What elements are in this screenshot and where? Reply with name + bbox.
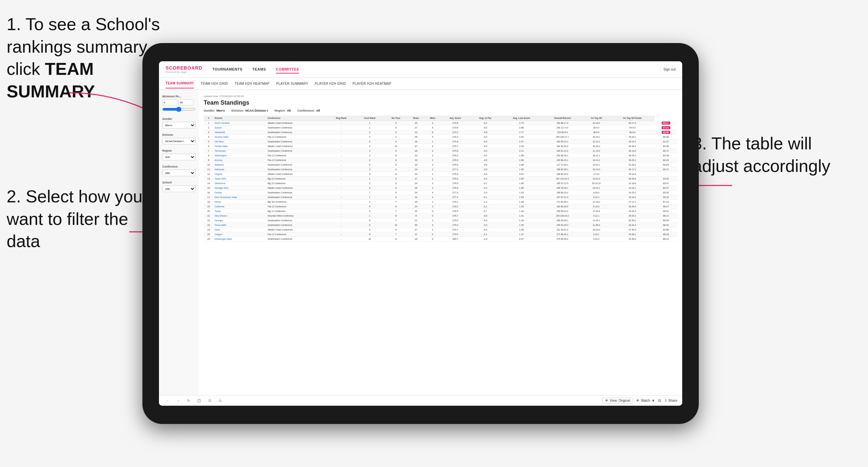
nav-teams[interactable]: TEAMS — [252, 66, 266, 73]
cell-low-score: 262 86-25-1 — [542, 153, 583, 158]
cell-low-score: 269 92-40-3 — [542, 223, 583, 227]
gender-select[interactable]: Men's — [162, 122, 195, 128]
filter-gender: Gender: Men's — [204, 109, 225, 112]
cell-no-tour: 8 — [384, 204, 408, 209]
toolbar-forward[interactable]: → — [175, 398, 182, 403]
toolbar-grid2[interactable]: ☷ — [658, 399, 661, 402]
cell-rank: 5 — [204, 139, 214, 144]
share-icon: ⇧ — [664, 399, 667, 402]
cell-avg-low: 1.28 — [500, 200, 542, 204]
sign-out-button[interactable]: Sign out — [663, 68, 676, 71]
subnav-team-h2h-heatmap[interactable]: TEAM H2H HEATMAP — [235, 79, 270, 88]
cell-rank: 12 — [204, 172, 214, 177]
cell-no-tour: 8 — [384, 172, 408, 177]
region-label: Region — [162, 149, 195, 152]
cell-rank: 9 — [204, 158, 214, 163]
toolbar-copy[interactable]: 📋 — [195, 398, 203, 403]
cell-school: North Carolina — [214, 121, 267, 126]
table-body: 1 North Carolina Atlantic Coast Conferen… — [204, 121, 677, 242]
cell-conf-rank: 7 — [355, 190, 384, 195]
cell-adj-score: 273.5 — [441, 121, 470, 126]
table-row: 17 East Tennessee State Southeastern Con… — [204, 195, 677, 200]
cell-avg-par: -3.1 — [470, 181, 501, 186]
cell-vs-top50: 88.13 — [655, 237, 677, 242]
toolbar-grid[interactable]: ☷ — [206, 398, 213, 403]
cell-vs-top50 — [655, 172, 677, 177]
toolbar-watch-button[interactable]: 👁 Watch ▼ — [636, 399, 655, 402]
cell-conf-rank: 1 — [355, 214, 384, 218]
cell-vs-top50: 85.02 — [655, 190, 677, 195]
ann2-text: Select how you want to filter the data — [7, 187, 143, 251]
table-row: 25 Oregon Pac-12 Conference - 8 7 21 0 2… — [204, 232, 677, 237]
cell-school: Texas — [214, 209, 267, 214]
cell-low-score: 221 90-51-2 — [542, 227, 583, 232]
conference-select[interactable]: (All) — [162, 169, 195, 176]
toolbar-back[interactable]: ← — [164, 398, 171, 403]
cell-low-score: 260 83-25-5 — [542, 204, 583, 209]
cell-rank: 1 — [204, 121, 214, 126]
min-rank-row — [162, 99, 195, 105]
cell-no-tour: 7 — [384, 232, 408, 237]
nav-tournaments[interactable]: TOURNAMENTS — [212, 66, 242, 73]
subnav-player-h2h-heatmap[interactable]: PLAYER H2H HEATMAP — [352, 79, 391, 88]
update-time: Update time: 27/03/2024 16:56:26 — [204, 95, 677, 98]
toolbar-share-button[interactable]: ⇧ Share — [664, 399, 677, 402]
toolbar-time[interactable]: ◷ — [217, 398, 223, 403]
cell-no-tour: 8 — [384, 237, 408, 242]
cell-rnds: 24 — [408, 167, 425, 172]
region-select[interactable]: N/A — [162, 154, 195, 160]
ann1-number: 1. — [7, 14, 21, 34]
cell-vs-top50: 87.21 — [655, 126, 677, 130]
table-row: 3 Vanderbilt Southeastern Conference - 2… — [204, 130, 677, 135]
toolbar-refresh[interactable]: ↻ — [185, 398, 192, 403]
cell-vs-top25: 29-15-1 — [610, 139, 654, 144]
subnav-player-summary[interactable]: PLAYER SUMMARY — [276, 79, 308, 88]
cell-no-tour: 9 — [384, 167, 408, 172]
cell-low-score: 267 87-21-2 — [542, 195, 583, 200]
cell-vs-top25: 33-34-4 — [610, 209, 654, 214]
region-section: Region N/A — [162, 149, 195, 160]
cell-avg-low: 1.90 — [500, 167, 542, 172]
table-row: 6 Florida State Atlantic Coast Conferenc… — [204, 144, 677, 149]
cell-reg-rank: - — [328, 149, 355, 153]
cell-reg-rank: - — [328, 126, 355, 130]
cell-rank: 23 — [204, 223, 214, 227]
sidebar: Minimum Ro... Gender Men's Division — [159, 90, 199, 395]
min-rank-input-1[interactable] — [162, 99, 177, 105]
cell-no-tour: 10 — [384, 144, 408, 149]
cell-rnds: 26 — [408, 135, 425, 139]
cell-rank: 6 — [204, 144, 214, 149]
cell-adj-score: 277.5 — [441, 190, 470, 195]
toolbar-view-button[interactable]: 👁 View: Original — [602, 398, 633, 403]
school-select[interactable]: (All) — [162, 185, 195, 192]
cell-vs-top50: 83.49 — [655, 153, 677, 158]
cell-reg-rank: - — [328, 195, 355, 200]
cell-low-score: 271 82-05-1 — [542, 200, 583, 204]
cell-conf: Pac-12 Conference — [267, 135, 328, 139]
nav-committee[interactable]: COMMITTEE — [276, 66, 299, 73]
subnav-player-h2h-grid[interactable]: PLAYER H2H GRID — [315, 79, 346, 88]
cell-rank: 24 — [204, 227, 214, 232]
cell-reg-rank: - — [328, 144, 355, 149]
cell-reg-rank: - — [328, 177, 355, 181]
cell-school: Virginia — [214, 172, 267, 177]
conference-section: Conference (All) — [162, 165, 195, 176]
th-conf-rank: Conf Rank — [355, 116, 384, 121]
nav-items: TOURNAMENTS TEAMS COMMITTEE — [212, 66, 660, 73]
min-rank-input-2[interactable] — [179, 99, 193, 105]
subnav-team-summary[interactable]: TEAM SUMMARY — [165, 79, 194, 88]
cell-school: Florida State — [214, 144, 267, 149]
subnav-team-h2h-grid[interactable]: TEAM H2H GRID — [201, 79, 228, 88]
cell-school: Ole Miss — [214, 139, 267, 144]
cell-no-tour: 9 — [384, 181, 408, 186]
cell-overall: 9-10-1 — [583, 195, 610, 200]
cell-school: Florida — [214, 190, 267, 195]
division-select[interactable]: NCAA Division I — [162, 138, 195, 145]
cell-wins: 2 — [425, 204, 441, 209]
cell-vs-top50: 89.11 — [655, 121, 677, 126]
min-rank-slider[interactable] — [162, 107, 195, 112]
cell-rnds: 24 — [408, 195, 425, 200]
cell-no-tour: 7 — [384, 200, 408, 204]
cell-rnds: 18 — [408, 149, 425, 153]
cell-adj-score: 275.9 — [441, 149, 470, 153]
